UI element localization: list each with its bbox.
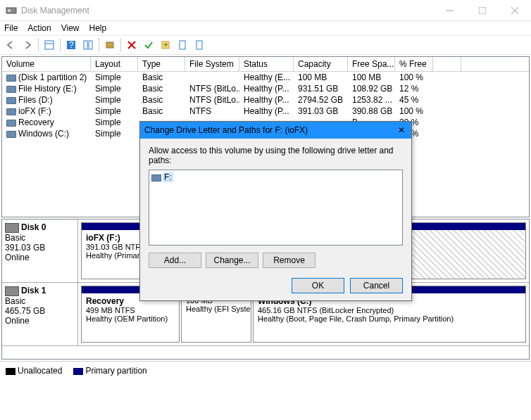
- volume-icon: [6, 120, 16, 127]
- layout-icon[interactable]: [80, 37, 96, 53]
- new-icon[interactable]: +: [158, 37, 173, 53]
- app-icon: [6, 5, 17, 16]
- toolbar: ? +: [0, 35, 531, 55]
- disk-header[interactable]: Disk 1Basic465.75 GBOnline: [2, 283, 78, 345]
- svg-rect-6: [45, 41, 54, 49]
- svg-rect-12: [106, 42, 113, 48]
- col-pct[interactable]: % Free: [395, 57, 433, 71]
- col-blank: [433, 57, 461, 71]
- menubar: File Action View Help: [0, 21, 531, 35]
- menu-file[interactable]: File: [4, 23, 18, 33]
- col-status[interactable]: Status: [239, 57, 294, 71]
- doc2-icon[interactable]: [192, 37, 207, 53]
- table-row[interactable]: (Disk 1 partition 2)SimpleBasicHealthy (…: [2, 72, 529, 83]
- volume-icon: [6, 75, 16, 82]
- volume-icon: [6, 131, 16, 138]
- titlebar: Disk Management: [0, 0, 531, 21]
- doc1-icon[interactable]: [175, 37, 190, 53]
- disk-icon: [5, 286, 19, 296]
- delete-icon[interactable]: [124, 37, 139, 53]
- col-type[interactable]: Type: [138, 57, 185, 71]
- table-row[interactable]: Files (D:)SimpleBasicNTFS (BitLo...Healt…: [2, 94, 529, 106]
- window-title: Disk Management: [21, 6, 434, 15]
- svg-rect-17: [180, 41, 185, 49]
- volume-icon: [6, 108, 16, 115]
- col-fs[interactable]: File System: [185, 57, 239, 71]
- partition[interactable]: ioFX (F:)391.03 GB NTFSHealthy (Primary …: [81, 222, 149, 279]
- dialog-titlebar: Change Drive Letter and Paths for F: (io…: [140, 122, 411, 139]
- svg-rect-1: [8, 9, 11, 12]
- dialog-instruction: Allow access to this volume by using the…: [149, 146, 403, 165]
- cancel-button[interactable]: Cancel: [350, 278, 403, 293]
- ok-button[interactable]: OK: [292, 278, 344, 293]
- svg-rect-3: [479, 7, 486, 14]
- back-button[interactable]: [3, 37, 18, 53]
- add-button[interactable]: Add...: [149, 253, 201, 268]
- col-free[interactable]: Free Spa...: [348, 57, 395, 71]
- drive-letter-list[interactable]: F:: [149, 170, 403, 246]
- legend-unallocated: Unallocated: [6, 366, 62, 376]
- volume-icon: [6, 97, 16, 104]
- properties-icon[interactable]: [102, 37, 118, 53]
- col-layout[interactable]: Layout: [91, 57, 138, 71]
- close-button[interactable]: [499, 0, 531, 21]
- disk-header[interactable]: Disk 0Basic391.03 GBOnline: [2, 219, 78, 282]
- menu-action[interactable]: Action: [27, 23, 51, 33]
- svg-rect-10: [84, 41, 87, 49]
- col-volume[interactable]: Volume: [2, 57, 91, 71]
- change-drive-letter-dialog: Change Drive Letter and Paths for F: (io…: [139, 121, 412, 301]
- remove-button[interactable]: Remove: [263, 253, 316, 268]
- menu-help[interactable]: Help: [89, 23, 107, 33]
- maximize-button[interactable]: [466, 0, 499, 21]
- minimize-button[interactable]: [434, 0, 466, 21]
- legend: Unallocated Primary partition: [0, 361, 531, 380]
- legend-primary: Primary partition: [73, 366, 146, 376]
- svg-text:?: ?: [69, 40, 74, 50]
- disk-icon: [5, 223, 19, 233]
- dialog-title: Change Drive Letter and Paths for F: (io…: [144, 125, 396, 135]
- change-button[interactable]: Change...: [206, 253, 258, 268]
- svg-rect-18: [196, 41, 202, 49]
- col-capacity[interactable]: Capacity: [294, 57, 348, 71]
- volume-icon: [6, 86, 16, 93]
- check-icon[interactable]: [141, 37, 156, 53]
- table-row[interactable]: ioFX (F:)SimpleBasicNTFSHealthy (P...391…: [2, 106, 529, 117]
- menu-view[interactable]: View: [61, 23, 80, 33]
- column-headers: Volume Layout Type File System Status Ca…: [2, 57, 529, 72]
- svg-text:+: +: [163, 40, 168, 50]
- table-row[interactable]: File History (E:)SimpleBasicNTFS (BitLo.…: [2, 83, 529, 94]
- svg-rect-11: [89, 41, 92, 49]
- list-item[interactable]: F:: [151, 172, 173, 182]
- dialog-close-icon[interactable]: ✕: [396, 125, 407, 135]
- view-icon[interactable]: [42, 37, 57, 53]
- help-icon[interactable]: ?: [63, 37, 79, 53]
- forward-button[interactable]: [20, 37, 35, 53]
- drive-icon: [151, 174, 161, 182]
